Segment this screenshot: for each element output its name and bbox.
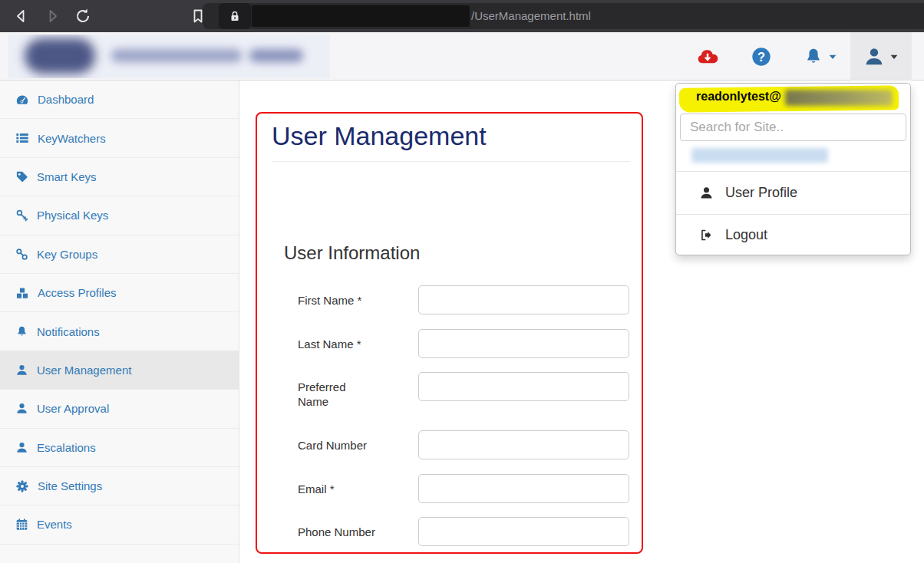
cloud-download-icon (696, 45, 719, 68)
site-search-input[interactable] (680, 114, 906, 141)
sidebar-item-label: Notifications (37, 325, 100, 338)
sidebar-item-key-groups[interactable]: Key Groups (0, 235, 239, 274)
first-name-label: First Name * (298, 293, 379, 308)
last-name-field[interactable] (418, 329, 629, 358)
sidebar-item-physical-keys[interactable]: Physical Keys (0, 196, 239, 235)
user-icon (15, 402, 28, 415)
section-title: User Information (284, 242, 420, 264)
user-profile-icon (699, 186, 714, 200)
lock-chip[interactable] (219, 3, 251, 29)
email-field[interactable] (418, 474, 629, 503)
bell-icon (804, 47, 823, 67)
chain-icon (15, 248, 28, 261)
help-icon: ? (751, 46, 772, 67)
account-email: readonlytest@ (696, 90, 781, 104)
logo-blurred-mark (25, 38, 95, 74)
address-bar[interactable]: /UserManagement.html (203, 3, 924, 29)
refresh-icon[interactable] (74, 7, 92, 25)
title-divider (272, 161, 630, 162)
user-account-dropdown: readonlytest@ User Profile Logout (675, 83, 911, 255)
user-icon (863, 46, 885, 67)
user-menu-button[interactable] (850, 32, 912, 81)
cubes-icon (15, 286, 29, 300)
phone-number-label: Phone Number (298, 525, 379, 539)
sidebar-item-smart-keys[interactable]: Smart Keys (0, 158, 239, 196)
user-profile-label: User Profile (725, 185, 797, 201)
account-email-row: readonlytest@ (676, 84, 910, 113)
sidebar-item-label: Physical Keys (37, 209, 108, 222)
download-button[interactable] (689, 32, 726, 81)
lock-icon (228, 9, 242, 23)
logout-label: Logout (725, 227, 767, 243)
phone-number-field[interactable] (418, 517, 629, 546)
chevron-down-icon (827, 51, 838, 62)
app-logo (8, 35, 330, 78)
sidebar-item-user-approval[interactable]: User Approval (0, 390, 239, 428)
logout-icon (699, 228, 714, 242)
sidebar-item-events[interactable]: Events (0, 505, 239, 544)
user-icon (15, 364, 28, 377)
user-management-panel: User Management User Information First N… (256, 112, 643, 554)
card-number-field[interactable] (418, 430, 629, 459)
sidebar: Dashboard KeyWatchers Smart Keys Physica… (0, 81, 239, 563)
bell-icon (15, 325, 28, 338)
sidebar-item-label: Dashboard (38, 93, 94, 106)
sidebar-item-escalations[interactable]: Escalations (0, 429, 239, 467)
sidebar-item-label: Escalations (37, 441, 96, 454)
sidebar-item-site-settings[interactable]: Site Settings (0, 467, 239, 505)
user-profile-menu-item[interactable]: User Profile (676, 172, 910, 214)
preferred-name-label: Preferred Name (298, 380, 379, 409)
site-search-row (676, 113, 910, 143)
first-name-field[interactable] (418, 285, 629, 314)
sidebar-item-keywatchers[interactable]: KeyWatchers (0, 119, 239, 157)
sidebar-item-label: Key Groups (37, 248, 97, 261)
page-title: User Management (272, 121, 487, 151)
calendar-icon (15, 518, 28, 531)
sidebar-item-label: Smart Keys (37, 170, 97, 183)
tag-icon (15, 170, 28, 183)
sidebar-item-label: Events (37, 518, 72, 531)
redacted-url-host (252, 5, 470, 27)
back-icon[interactable] (12, 7, 31, 25)
sidebar-item-label: User Approval (37, 402, 109, 415)
chevron-down-icon (889, 51, 899, 62)
logo-blurred-text (111, 49, 242, 62)
email-label: Email * (298, 482, 379, 496)
last-name-label: Last Name * (298, 337, 379, 351)
list-icon (15, 131, 29, 145)
browser-bar: /UserManagement.html (0, 0, 924, 32)
dashboard-icon (15, 93, 29, 107)
site-link-row[interactable] (676, 143, 910, 171)
logout-menu-item[interactable]: Logout (676, 215, 910, 255)
sidebar-item-user-management[interactable]: User Management (0, 351, 239, 390)
sidebar-item-label: KeyWatchers (38, 132, 106, 145)
sidebar-item-label: Site Settings (38, 479, 102, 492)
card-number-label: Card Number (298, 438, 379, 453)
forward-icon[interactable] (43, 7, 61, 25)
redacted-site-name (691, 148, 828, 163)
help-button[interactable]: ? (743, 32, 780, 81)
preferred-name-field[interactable] (418, 372, 629, 401)
user-icon (15, 441, 28, 454)
app-header: ? (0, 32, 924, 81)
sidebar-item-label: User Management (37, 364, 131, 377)
url-text: /UserManagement.html (471, 3, 591, 29)
sidebar-item-notifications[interactable]: Notifications (0, 312, 239, 351)
redacted-email-domain (785, 90, 893, 106)
gear-icon (15, 479, 29, 493)
sidebar-item-access-profiles[interactable]: Access Profiles (0, 274, 239, 312)
sidebar-item-dashboard[interactable]: Dashboard (0, 81, 239, 119)
sidebar-item-label: Access Profiles (38, 286, 117, 299)
svg-text:?: ? (757, 49, 765, 63)
notifications-menu-button[interactable] (797, 32, 844, 81)
key-icon (15, 209, 28, 222)
logo-blurred-text-2 (249, 49, 303, 62)
